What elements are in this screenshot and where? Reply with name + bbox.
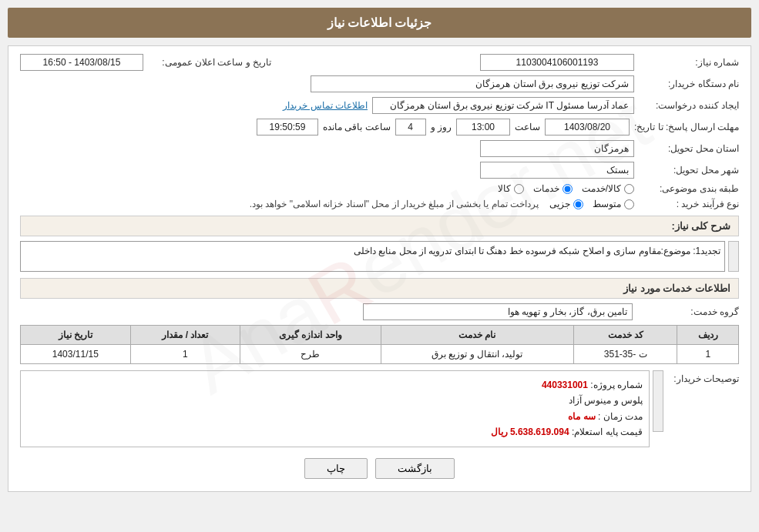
radio-kala-khadamat[interactable]: کالا/خدمت	[582, 183, 634, 194]
cell-service-name: تولید، انتقال و توزیع برق	[381, 345, 573, 364]
deadline-remaining-input[interactable]	[257, 119, 318, 136]
service-group-input[interactable]	[363, 303, 633, 320]
created-by-label: ایجاد کننده درخواست:	[639, 100, 739, 111]
table-header-row: ردیف کد خدمت نام خدمت واحد اندازه گیری ت…	[21, 326, 739, 345]
radio-kala-khadamat-input[interactable]	[624, 184, 634, 194]
duration-label: مدت زمان :	[598, 411, 643, 422]
province-input[interactable]	[480, 140, 634, 157]
services-section-title: اطلاعات خدمات مورد نیاز	[20, 278, 739, 299]
col-row-num: ردیف	[677, 326, 739, 345]
category-row: طبقه بندی موضوعی: کالا/خدمت خدمات کالا	[20, 183, 739, 194]
process-row: نوع فرآیند خرید : متوسط جزیی پرداخت تمام…	[20, 199, 739, 209]
radio-motovaset-label: متوسط	[593, 199, 621, 209]
contact-link[interactable]: اطلاعات تماس خریدار	[283, 100, 368, 111]
buyer-org-input[interactable]	[311, 75, 634, 92]
date-announce-label: تاریخ و ساعت اعلان عمومی:	[148, 57, 271, 68]
buyer-notes-content: شماره پروژه: 440331001 پلوس و مینوس آزاد…	[20, 370, 650, 447]
radio-kala-input[interactable]	[514, 184, 524, 194]
description-value: تجدید1: موضوع:مقاوم سازی و اصلاح شبکه فر…	[20, 241, 725, 272]
radio-jozvi[interactable]: جزیی	[549, 199, 583, 209]
col-service-name: نام خدمت	[381, 326, 573, 345]
table-row: 1 ت -35-351 تولید، انتقال و توزیع برق طر…	[21, 345, 739, 364]
page-header: جزئیات اطلاعات نیاز	[8, 8, 751, 38]
date-announce-input[interactable]	[20, 54, 143, 71]
deadline-label: مهلت ارسال پاسخ: تا تاریخ:	[634, 122, 739, 132]
created-by-row: ایجاد کننده درخواست: اطلاعات تماس خریدار	[20, 97, 739, 114]
duration-value: سه ماه	[568, 411, 595, 422]
cell-need-date: 1403/11/15	[21, 345, 131, 364]
category-radio-group: کالا/خدمت خدمات کالا	[498, 183, 634, 194]
radio-kala[interactable]: کالا	[498, 183, 524, 194]
buyer-org-row: نام دستگاه خریدار:	[20, 75, 739, 92]
plus-minus: پلوس و مینوس آزاد	[569, 395, 643, 406]
cell-quantity: 1	[130, 345, 240, 364]
page-title: جزئیات اطلاعات نیاز	[327, 16, 432, 29]
need-number-label: شماره نیاز:	[639, 57, 739, 68]
radio-khadamat-input[interactable]	[563, 184, 573, 194]
need-number-row: شماره نیاز: تاریخ و ساعت اعلان عمومی:	[20, 54, 739, 71]
process-label: نوع فرآیند خرید :	[639, 199, 739, 209]
deadline-days-input[interactable]	[395, 119, 426, 136]
print-button[interactable]: چاپ	[304, 458, 368, 479]
service-table: ردیف کد خدمت نام خدمت واحد اندازه گیری ت…	[20, 325, 739, 364]
project-number-label: شماره پروژه:	[588, 380, 643, 390]
radio-kala-khadamat-label: کالا/خدمت	[582, 183, 621, 194]
city-input[interactable]	[480, 162, 634, 179]
radio-motovaset[interactable]: متوسط	[593, 199, 634, 209]
cell-row-num: 1	[677, 345, 739, 364]
radio-khadamat[interactable]: خدمات	[533, 183, 573, 194]
province-label: استان محل تحویل:	[639, 143, 739, 154]
deadline-row: مهلت ارسال پاسخ: تا تاریخ: ساعت روز و سا…	[20, 119, 739, 136]
radio-jozvi-label: جزیی	[549, 199, 570, 209]
buyer-notes-section: توصیحات خریدار: شماره پروژه: 440331001 پ…	[20, 370, 739, 447]
notes-scrollbar[interactable]	[653, 370, 663, 432]
process-desc: پرداخت تمام یا بخشی از مبلغ خریدار از مح…	[250, 199, 539, 209]
price-label: قیمت پایه استعلام:	[572, 427, 643, 437]
deadline-days-label: روز و	[431, 122, 452, 132]
need-number-input[interactable]	[480, 54, 634, 71]
radio-khadamat-label: خدمات	[533, 183, 559, 194]
buyer-notes-label: توصیحات خریدار:	[670, 370, 739, 384]
scrollbar[interactable]	[728, 241, 739, 272]
col-need-date: تاریخ نیاز	[21, 326, 131, 345]
buttons-row: بازگشت چاپ	[20, 458, 739, 479]
col-quantity: تعداد / مقدار	[130, 326, 240, 345]
description-section-title: شرح کلی نیاز:	[20, 216, 739, 236]
category-label: طبقه بندی موضوعی:	[639, 183, 739, 194]
back-button[interactable]: بازگشت	[375, 458, 455, 479]
process-radio-group: متوسط جزیی	[549, 199, 634, 209]
project-number: 440331001	[542, 380, 588, 390]
buyer-org-label: نام دستگاه خریدار:	[639, 79, 739, 89]
deadline-time-input[interactable]	[456, 119, 510, 136]
col-unit: واحد اندازه گیری	[240, 326, 381, 345]
cell-unit: طرح	[240, 345, 381, 364]
description-section: شرح کلی نیاز: تجدید1: موضوع:مقاوم سازی و…	[20, 216, 739, 272]
service-group-row: گروه خدمت:	[20, 303, 739, 320]
deadline-date-input[interactable]	[545, 119, 630, 136]
city-label: شهر محل تحویل:	[639, 165, 739, 176]
cell-service-code: ت -35-351	[573, 345, 677, 364]
radio-jozvi-input[interactable]	[573, 199, 583, 209]
services-section: اطلاعات خدمات مورد نیاز گروه خدمت: ردیف …	[20, 278, 739, 364]
col-service-code: کد خدمت	[573, 326, 677, 345]
price-unit: ریال	[491, 427, 508, 437]
city-row: شهر محل تحویل:	[20, 162, 739, 179]
main-panel: شماره نیاز: تاریخ و ساعت اعلان عمومی: نا…	[8, 45, 751, 492]
created-by-input[interactable]	[372, 97, 634, 114]
radio-motovaset-input[interactable]	[624, 199, 634, 209]
price-value: 5.638.619.094	[510, 427, 569, 437]
deadline-time-label: ساعت	[515, 122, 540, 132]
deadline-remaining-label: ساعت باقی مانده	[323, 122, 391, 132]
province-row: استان محل تحویل:	[20, 140, 739, 157]
radio-kala-label: کالا	[498, 183, 511, 194]
service-group-label: گروه خدمت:	[639, 306, 739, 317]
